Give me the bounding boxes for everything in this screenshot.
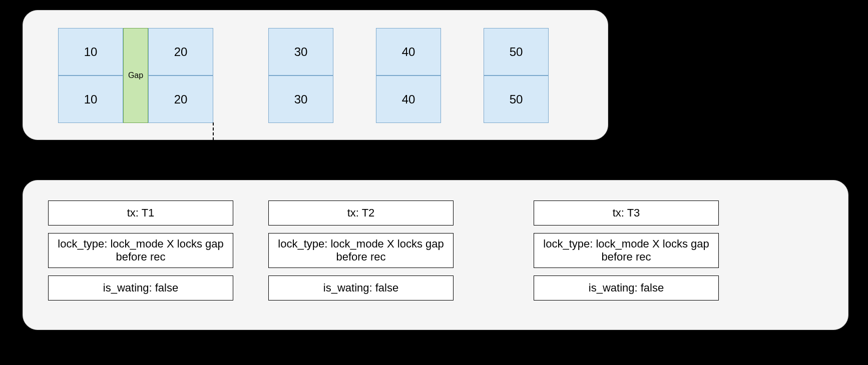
lock-t2-waiting: is_wating: false <box>268 276 454 300</box>
connector-line <box>213 122 214 180</box>
cell-50-top: 50 <box>484 28 549 76</box>
cell-10-top: 10 <box>58 28 123 76</box>
lock-t1-waiting: is_wating: false <box>48 276 233 300</box>
lock-t3-tx: tx: T3 <box>534 200 719 226</box>
cell-50-bottom: 50 <box>484 76 549 123</box>
cell-40-top: 40 <box>376 28 441 76</box>
lock-t2-type: lock_type: lock_mode X locks gap before … <box>268 233 454 268</box>
cell-30-top: 30 <box>268 28 333 76</box>
gap-cell: Gap <box>123 28 148 123</box>
lock-t3-waiting: is_wating: false <box>534 276 719 300</box>
lock-t2-tx: tx: T2 <box>268 200 454 226</box>
cell-10-bottom: 10 <box>58 76 123 123</box>
locks-panel: tx: T1 lock_type: lock_mode X locks gap … <box>23 180 848 330</box>
cell-20-top: 20 <box>148 28 213 76</box>
cell-30-bottom: 30 <box>268 76 333 123</box>
cell-20-bottom: 20 <box>148 76 213 123</box>
index-panel: 10 10 Gap 20 20 30 30 40 40 50 50 <box>23 10 608 140</box>
lock-t1-tx: tx: T1 <box>48 200 233 226</box>
lock-t3-type: lock_type: lock_mode X locks gap before … <box>534 233 719 268</box>
lock-t1-type: lock_type: lock_mode X locks gap before … <box>48 233 233 268</box>
cell-40-bottom: 40 <box>376 76 441 123</box>
